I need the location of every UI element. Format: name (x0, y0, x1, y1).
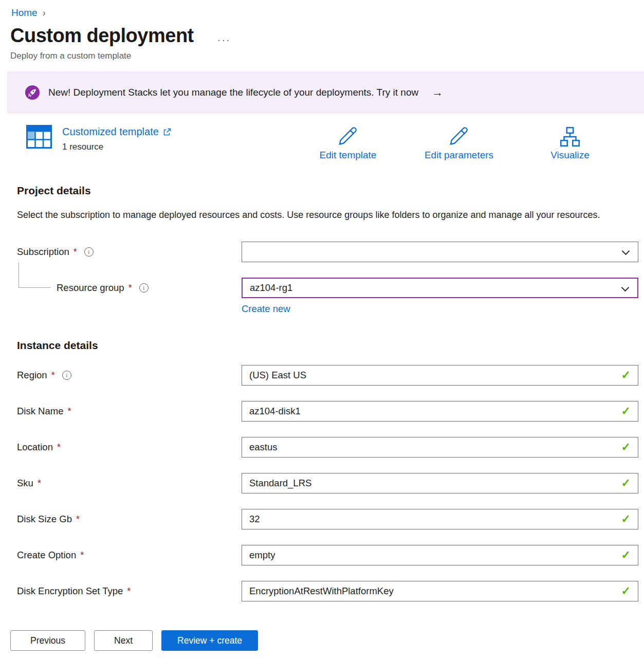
disk-size-input[interactable]: 32 ✓ (242, 509, 638, 529)
valid-check-icon: ✓ (621, 549, 631, 562)
create-option-input[interactable]: empty ✓ (242, 545, 638, 565)
resource-group-label-text: Resource group (57, 282, 124, 294)
project-details-description: Select the subscription to manage deploy… (0, 207, 612, 223)
chevron-down-icon (622, 247, 630, 255)
valid-check-icon: ✓ (621, 477, 631, 490)
location-label-text: Location (17, 442, 53, 453)
disk-name-label: Disk Name* (17, 406, 242, 417)
create-option-label-text: Create Option (17, 550, 76, 561)
location-input[interactable]: eastus ✓ (242, 437, 638, 458)
external-link-icon (163, 128, 171, 136)
disk-encryption-set-type-row: Disk Encryption Set Type* EncryptionAtRe… (17, 581, 638, 601)
location-value: eastus (249, 442, 278, 453)
location-label: Location* (17, 442, 242, 453)
disk-encryption-set-type-label-text: Disk Encryption Set Type (17, 586, 123, 597)
subscription-row: Subscription* (17, 242, 638, 262)
breadcrumb-separator-icon: › (43, 8, 46, 19)
custom-deployment-page: Home › Custom deployment ··· Deploy from… (0, 0, 644, 658)
visualize-label: Visualize (550, 150, 590, 161)
disk-size-label-text: Disk Size Gb (17, 514, 72, 525)
child-field-connector (19, 262, 50, 288)
project-details-form: Subscription* Resource group* az104-rg1 … (0, 242, 644, 315)
region-label-text: Region (17, 370, 47, 381)
valid-check-icon: ✓ (621, 513, 631, 526)
next-button[interactable]: Next (94, 630, 153, 651)
page-subtitle: Deploy from a custom template (0, 51, 644, 61)
region-row: Region* (US) East US ✓ (17, 365, 638, 386)
disk-size-value: 32 (249, 514, 260, 525)
rocket-icon (25, 85, 40, 100)
sku-value: Standard_LRS (249, 478, 311, 489)
instance-details-form: Region* (US) East US ✓ Disk Name* az104-… (0, 365, 644, 601)
resource-group-value: az104-rg1 (250, 282, 292, 294)
subscription-dropdown[interactable] (242, 242, 638, 262)
project-details-heading: Project details (0, 185, 644, 197)
more-options-button[interactable]: ··· (217, 27, 231, 45)
required-asterisk: * (56, 442, 61, 453)
required-asterisk: * (75, 514, 80, 525)
subscription-label-text: Subscription (17, 246, 69, 258)
disk-name-input[interactable]: az104-disk1 ✓ (242, 401, 638, 422)
required-asterisk: * (127, 283, 132, 294)
required-asterisk: * (126, 586, 131, 597)
wizard-footer: Previous Next Review + create (0, 623, 644, 658)
create-option-label: Create Option* (17, 550, 242, 561)
create-new-row: Create new (17, 303, 638, 315)
required-asterisk: * (72, 247, 77, 258)
arrow-right-icon[interactable]: → (432, 86, 443, 99)
required-asterisk: * (79, 550, 84, 561)
sku-row: Sku* Standard_LRS ✓ (17, 473, 638, 494)
edit-parameters-label: Edit parameters (425, 150, 493, 161)
valid-check-icon: ✓ (621, 405, 631, 418)
previous-button[interactable]: Previous (10, 630, 85, 651)
valid-check-icon: ✓ (621, 441, 631, 454)
template-actions: Edit template Edit parameters (292, 125, 625, 161)
subscription-label: Subscription* (17, 246, 242, 258)
edit-template-button[interactable]: Edit template (292, 125, 403, 161)
disk-name-value: az104-disk1 (249, 406, 301, 417)
breadcrumb-home-link[interactable]: Home (11, 7, 38, 19)
info-icon[interactable] (139, 283, 149, 293)
disk-size-row: Disk Size Gb* 32 ✓ (17, 509, 638, 529)
template-icon (26, 125, 52, 149)
page-header: Custom deployment ··· (0, 25, 644, 47)
template-section: Customized template 1 resource (0, 125, 644, 161)
create-new-link[interactable]: Create new (242, 303, 290, 314)
resource-group-dropdown[interactable]: az104-rg1 (242, 278, 638, 298)
info-icon[interactable] (62, 371, 71, 380)
breadcrumb: Home › (0, 0, 644, 19)
location-row: Location* eastus ✓ (17, 437, 638, 458)
sku-label-text: Sku (17, 478, 33, 489)
template-link-label: Customized template (62, 126, 159, 138)
create-option-row: Create Option* empty ✓ (17, 545, 638, 565)
sku-input[interactable]: Standard_LRS ✓ (242, 473, 638, 494)
customized-template-link[interactable]: Customized template (62, 126, 171, 138)
disk-encryption-set-type-input[interactable]: EncryptionAtRestWithPlatformKey ✓ (242, 581, 638, 601)
template-resource-count: 1 resource (62, 142, 171, 152)
disk-size-label: Disk Size Gb* (17, 514, 242, 525)
valid-check-icon: ✓ (621, 369, 631, 382)
edit-parameters-button[interactable]: Edit parameters (403, 125, 514, 161)
visualize-button[interactable]: Visualize (514, 125, 625, 161)
page-title: Custom deployment (10, 25, 194, 47)
pencil-icon (336, 125, 360, 149)
hierarchy-icon (558, 125, 582, 149)
deployment-stacks-banner[interactable]: New! Deployment Stacks let you manage th… (7, 71, 644, 114)
resource-group-label: Resource group* (17, 282, 242, 294)
resource-group-row: Resource group* az104-rg1 (17, 278, 638, 298)
required-asterisk: * (50, 370, 55, 381)
info-icon[interactable] (84, 247, 94, 257)
pencil-icon (447, 125, 471, 149)
review-create-button[interactable]: Review + create (161, 630, 258, 651)
chevron-down-icon (621, 284, 630, 292)
disk-name-label-text: Disk Name (17, 406, 63, 417)
template-info: Customized template 1 resource (26, 125, 171, 152)
banner-text: New! Deployment Stacks let you manage th… (48, 87, 418, 98)
disk-encryption-set-type-label: Disk Encryption Set Type* (17, 586, 242, 597)
region-input[interactable]: (US) East US ✓ (242, 365, 638, 386)
disk-encryption-set-type-value: EncryptionAtRestWithPlatformKey (249, 586, 394, 597)
sku-label: Sku* (17, 478, 242, 489)
instance-details-heading: Instance details (0, 339, 644, 352)
disk-name-row: Disk Name* az104-disk1 ✓ (17, 401, 638, 422)
required-asterisk: * (36, 478, 41, 489)
